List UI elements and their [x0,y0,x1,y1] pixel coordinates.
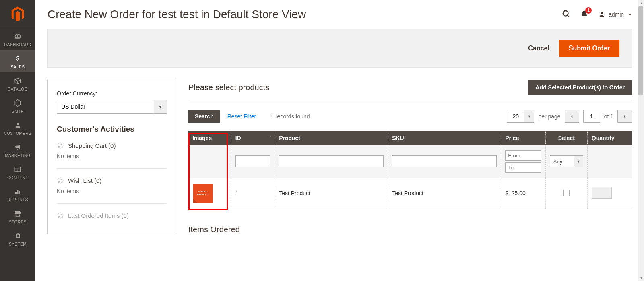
add-selected-products-button[interactable]: Add Selected Product(s) to Order [528,80,632,95]
svg-rect-0 [15,167,21,172]
notification-badge: 1 [585,7,592,14]
svg-rect-3 [15,192,17,194]
activity-label: Wish List (0) [68,177,101,184]
nav-content[interactable]: CONTENT [0,161,35,183]
col-label: ID [235,135,241,141]
col-sku[interactable]: SKU [388,131,501,145]
next-page-button[interactable] [617,110,632,123]
nav-label: DASHBOARD [4,43,31,47]
chevron-down-icon[interactable]: ▼ [524,110,534,122]
no-items-text: No items [57,188,167,194]
nav-label: STORES [9,220,27,224]
nav-marketing[interactable]: MARKETING [0,139,35,161]
activity-label: Last Ordered Items (0) [68,212,129,219]
gauge-icon [13,32,22,41]
nav-label: SYSTEM [9,242,27,246]
svg-rect-4 [17,190,19,194]
page-title: Create New Order for test test in Defaul… [47,8,306,21]
col-images[interactable]: Images [188,131,231,145]
nav-smtp[interactable]: SMTP [0,95,35,117]
nav-dashboard[interactable]: DASHBOARD [0,28,35,50]
product-thumbnail: SIMPLE PRODUCT [193,184,213,203]
currency-label: Order Currency: [57,90,167,97]
col-id[interactable]: ID↑ [231,131,275,145]
page-input[interactable] [583,110,600,123]
nav-sales[interactable]: SALES [0,50,35,72]
col-product[interactable]: Product [275,131,388,145]
admin-sidebar: DASHBOARD SALES CATALOG SMTP CUSTOMERS M… [0,0,35,281]
col-qty[interactable]: Quantity [587,131,632,145]
row-checkbox[interactable] [563,190,570,196]
currency-select[interactable]: ▼ [57,100,167,114]
no-items-text: No items [57,153,167,159]
per-page-label: per page [538,113,560,120]
reset-filter-link[interactable]: Reset Filter [227,113,256,120]
currency-value[interactable] [57,100,154,113]
last-ordered-section: Last Ordered Items (0) [57,212,167,219]
nav-label: CATALOG [8,87,28,91]
filter-select[interactable]: Any ▼ [550,155,583,167]
nav-reports[interactable]: REPORTS [0,183,35,205]
chevron-down-icon: ▼ [628,12,632,17]
box-icon [13,76,22,85]
filter-id[interactable] [235,155,270,167]
main-content: Create New Order for test test in Defaul… [35,0,644,281]
filter-price-from[interactable] [505,150,541,161]
person-icon [13,121,22,130]
nav-label: CUSTOMERS [4,131,31,136]
user-name: admin [609,11,624,18]
col-price[interactable]: Price [501,131,546,145]
col-select[interactable]: Select [545,131,587,145]
svg-point-6 [563,10,568,16]
search-icon[interactable] [562,10,571,20]
select-products-title: Please select products [188,83,269,92]
chevron-down-icon[interactable]: ▼ [574,156,583,167]
refresh-icon[interactable] [57,177,64,184]
divider [57,203,167,204]
search-button[interactable]: Search [188,110,220,123]
nav-label: REPORTS [7,198,28,202]
cancel-button[interactable]: Cancel [528,45,549,52]
nav-stores[interactable]: STORES [0,205,35,227]
nav-system[interactable]: SYSTEM [0,227,35,250]
notification-bell[interactable]: 1 [580,10,588,20]
order-sidebar: Order Currency: ▼ Customer's Activities … [47,80,176,234]
gear-icon [13,231,22,240]
scrollbar-thumb[interactable] [638,6,643,95]
filter-price-to[interactable] [505,162,541,173]
refresh-icon[interactable] [57,142,64,149]
items-ordered-title: Items Ordered [188,225,632,234]
prev-page-button[interactable] [565,110,579,123]
scrollbar-down-arrow[interactable]: ▾ [638,275,644,281]
dollar-icon [13,54,22,63]
select-value: Any [550,156,574,167]
cell-price: $125.00 [501,178,546,209]
submit-order-button[interactable]: Submit Order [559,40,619,57]
nav-label: CONTENT [7,176,28,180]
per-page-select[interactable]: ▼ [507,110,534,123]
filter-sku[interactable] [392,155,497,167]
hexagon-icon [13,99,22,107]
products-panel: Please select products Add Selected Prod… [188,80,632,234]
divider [188,100,632,100]
filter-product[interactable] [279,155,384,167]
user-menu[interactable]: admin ▼ [598,11,632,18]
nav-label: SMTP [12,109,24,114]
nav-catalog[interactable]: CATALOG [0,72,35,95]
magento-logo[interactable] [0,0,35,28]
chevron-down-icon[interactable]: ▼ [154,100,167,113]
qty-input[interactable] [592,187,612,199]
page-actions: Cancel Submit Order [47,29,632,68]
per-page-value[interactable] [507,110,524,122]
nav-customers[interactable]: CUSTOMERS [0,117,35,139]
megaphone-icon [13,143,22,152]
scrollbar-up-arrow[interactable]: ▴ [638,0,644,6]
store-icon [13,209,22,218]
product-row: SIMPLE PRODUCT 1 Test Product Test Produ… [188,178,632,209]
refresh-icon[interactable] [57,212,64,219]
shopping-cart-section: Shopping Cart (0) [57,142,167,149]
activities-title: Customer's Activities [57,125,167,134]
scrollbar[interactable]: ▴ ▾ [638,0,644,281]
cell-id: 1 [231,178,275,209]
user-icon [598,11,605,18]
